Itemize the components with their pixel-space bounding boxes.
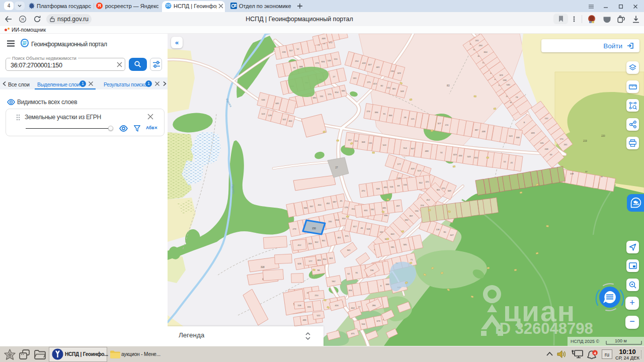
svg-text:193: 193	[307, 306, 311, 308]
svg-text:329: 329	[499, 74, 503, 76]
svg-text:540: 540	[506, 83, 510, 86]
svg-text:692: 692	[405, 219, 409, 221]
svg-text:62: 62	[348, 273, 350, 275]
svg-text:349: 349	[447, 190, 451, 192]
svg-text:654: 654	[335, 91, 339, 94]
svg-text:110: 110	[387, 86, 390, 89]
svg-text:488: 488	[302, 319, 306, 321]
svg-text:185: 185	[390, 246, 394, 248]
svg-text:224: 224	[420, 204, 424, 207]
svg-text:664: 664	[484, 51, 488, 53]
svg-text:387: 387	[474, 129, 478, 131]
svg-text:307: 307	[411, 147, 415, 150]
svg-text:366: 366	[388, 114, 392, 117]
svg-text:606: 606	[321, 60, 325, 63]
svg-text:318: 318	[261, 266, 265, 268]
svg-text:225: 225	[441, 187, 445, 190]
svg-text:79: 79	[516, 96, 518, 99]
svg-text:192: 192	[370, 208, 374, 211]
svg-text:400: 400	[317, 204, 321, 206]
svg-text:650: 650	[323, 258, 327, 260]
svg-text:220: 220	[601, 135, 605, 137]
svg-text:241: 241	[475, 39, 479, 42]
svg-text:108: 108	[570, 172, 574, 175]
svg-text:375: 375	[345, 235, 349, 237]
svg-text:534: 534	[261, 99, 265, 101]
svg-text:492: 492	[326, 202, 330, 205]
svg-text:69: 69	[397, 185, 400, 187]
svg-text:412: 412	[426, 199, 430, 201]
svg-text:286: 286	[372, 304, 376, 307]
svg-text:493: 493	[383, 186, 387, 189]
svg-text:257: 257	[348, 139, 352, 141]
svg-text:132: 132	[544, 117, 548, 120]
svg-text:107: 107	[289, 49, 293, 52]
svg-text:33: 33	[550, 153, 552, 156]
svg-text:274: 274	[366, 110, 370, 113]
svg-text:302: 302	[314, 241, 318, 243]
svg-text:558: 558	[366, 228, 370, 230]
svg-text:535: 535	[540, 142, 544, 144]
svg-text:475: 475	[351, 332, 355, 335]
svg-text:52: 52	[297, 48, 299, 50]
svg-text:601: 601	[329, 257, 333, 259]
svg-text:695: 695	[312, 97, 316, 99]
svg-text:416: 416	[335, 304, 339, 307]
svg-text:348: 348	[303, 207, 307, 209]
svg-text:522: 522	[316, 314, 320, 317]
svg-text:418: 418	[362, 62, 366, 64]
svg-text:82: 82	[381, 84, 383, 87]
svg-text:502: 502	[282, 118, 286, 121]
svg-text:361: 361	[321, 239, 326, 242]
svg-text:631: 631	[364, 209, 368, 212]
svg-text:314: 314	[342, 217, 346, 220]
svg-text:503: 503	[382, 144, 386, 146]
svg-text:683: 683	[317, 259, 321, 261]
svg-text:397: 397	[409, 215, 413, 217]
svg-text:279: 279	[292, 228, 296, 230]
svg-text:401: 401	[337, 236, 341, 239]
svg-text:90: 90	[444, 231, 446, 233]
svg-text:438: 438	[481, 130, 486, 133]
svg-text:177: 177	[308, 260, 312, 262]
svg-text:564: 564	[361, 323, 365, 325]
svg-text:346: 346	[341, 89, 345, 92]
svg-text:261: 261	[564, 143, 568, 146]
svg-text:293: 293	[478, 44, 482, 47]
svg-text:591: 591	[353, 77, 357, 79]
svg-text:27: 27	[335, 166, 338, 169]
svg-text:91: 91	[383, 113, 386, 115]
svg-text:319: 319	[453, 153, 457, 156]
svg-text:118: 118	[436, 228, 440, 231]
svg-text:228: 228	[282, 51, 286, 53]
svg-text:40: 40	[293, 66, 296, 69]
svg-text:240: 240	[328, 220, 332, 223]
svg-text:46: 46	[361, 227, 363, 229]
svg-text:125: 125	[411, 118, 415, 120]
svg-text:679: 679	[376, 320, 380, 322]
svg-text:488: 488	[425, 150, 429, 152]
svg-text:543: 543	[467, 155, 471, 158]
svg-text:71: 71	[411, 258, 413, 261]
svg-text:681: 681	[382, 207, 386, 209]
svg-text:225: 225	[425, 180, 429, 183]
svg-text:407: 407	[368, 63, 372, 66]
svg-text:230: 230	[390, 70, 394, 72]
svg-text:136: 136	[370, 269, 374, 272]
svg-text:158: 158	[297, 304, 301, 307]
svg-text:279: 279	[315, 62, 319, 64]
svg-text:ID 326048798: ID 326048798	[495, 320, 593, 337]
svg-text:656: 656	[335, 219, 339, 221]
svg-text:77: 77	[358, 306, 361, 308]
svg-text:37: 37	[585, 170, 588, 173]
svg-text:130: 130	[415, 210, 419, 212]
svg-text:103: 103	[261, 113, 265, 115]
svg-text:562: 562	[332, 280, 336, 283]
svg-text:317: 317	[353, 225, 357, 228]
svg-text:269: 269	[308, 242, 312, 245]
svg-text:176: 176	[344, 206, 348, 209]
svg-text:10: 10	[504, 160, 506, 163]
svg-text:585: 585	[403, 243, 407, 246]
svg-text:437: 437	[396, 205, 400, 207]
svg-text:598: 598	[503, 79, 507, 81]
